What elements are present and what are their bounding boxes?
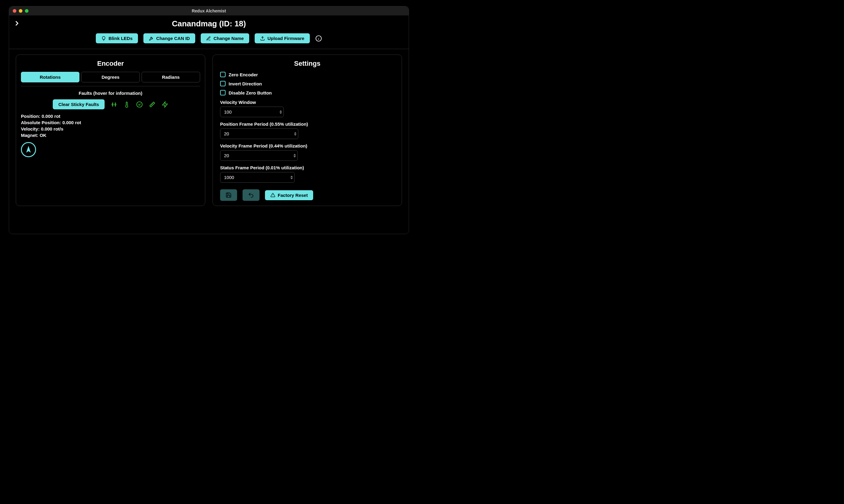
header: Canandmag (ID: 18) Blink LEDs Change CAN…	[9, 15, 409, 49]
svg-point-5	[136, 102, 142, 107]
window-title: Redux Alchemist	[9, 8, 409, 13]
invert-direction-checkbox[interactable]: Invert Direction	[220, 81, 394, 86]
checkbox-icon	[220, 81, 226, 86]
svg-rect-3	[112, 104, 113, 105]
thermometer-fault-icon[interactable]	[123, 101, 130, 108]
wrench-icon	[149, 36, 154, 41]
app-window: Redux Alchemist Canandmag (ID: 18) Blink…	[9, 6, 409, 234]
disable-zero-label: Disable Zero Button	[228, 90, 272, 95]
minimize-window-button[interactable]	[19, 9, 22, 13]
change-can-id-button[interactable]: Change CAN ID	[143, 33, 195, 43]
position-stat: Position: 0.000 rot	[21, 113, 200, 119]
settings-panel: Settings Zero Encoder Invert Direction D…	[212, 55, 402, 206]
upload-icon	[260, 36, 265, 41]
warning-icon	[271, 193, 275, 197]
action-row: Blink LEDs Change CAN ID Change Name Upl…	[14, 33, 404, 43]
encoder-title: Encoder	[21, 60, 200, 68]
upload-firmware-button[interactable]: Upload Firmware	[255, 33, 310, 43]
position-frame-input[interactable]	[220, 128, 298, 139]
undo-button[interactable]	[243, 189, 259, 201]
disable-zero-checkbox[interactable]: Disable Zero Button	[220, 90, 394, 95]
velocity-window-input[interactable]	[220, 107, 284, 117]
checkbox-icon	[220, 90, 226, 95]
factory-reset-label: Factory Reset	[278, 193, 308, 198]
tab-degrees[interactable]: Degrees	[81, 72, 140, 83]
faults-row: Clear Sticky Faults	[21, 100, 200, 109]
status-frame-input[interactable]	[220, 172, 295, 183]
encoder-panel: Encoder Rotations Degrees Radians Faults…	[16, 55, 205, 206]
faults-label: Faults (hover for information)	[21, 91, 200, 96]
factory-reset-button[interactable]: Factory Reset	[265, 190, 313, 200]
stepper[interactable]	[294, 132, 296, 136]
compass-arrow-icon	[24, 146, 32, 154]
invert-direction-label: Invert Direction	[228, 81, 262, 86]
clear-sticky-faults-button[interactable]: Clear Sticky Faults	[53, 100, 104, 109]
velocity-stat: Velocity: 0.000 rot/s	[21, 126, 200, 131]
change-name-label: Change Name	[213, 36, 244, 41]
titlebar: Redux Alchemist	[9, 6, 409, 15]
blink-leds-button[interactable]: Blink LEDs	[96, 33, 138, 43]
change-can-id-label: Change CAN ID	[156, 36, 190, 41]
magnet-stat: Magnet: OK	[21, 133, 200, 138]
svg-marker-6	[162, 102, 167, 107]
zero-encoder-label: Zero Encoder	[228, 72, 258, 77]
settings-button-row: Factory Reset	[220, 189, 394, 201]
faults-section: Faults (hover for information) Clear Sti…	[21, 86, 200, 157]
tab-rotations[interactable]: Rotations	[21, 72, 80, 83]
back-button[interactable]	[13, 20, 21, 27]
velocity-frame-input[interactable]	[220, 150, 298, 161]
check-fault-icon[interactable]	[136, 101, 143, 108]
ruler-fault-icon[interactable]	[149, 101, 156, 108]
unit-tabs: Rotations Degrees Radians	[21, 72, 200, 83]
save-icon	[226, 192, 231, 198]
blink-leds-label: Blink LEDs	[108, 36, 133, 41]
close-window-button[interactable]	[13, 9, 16, 13]
power-fault-icon[interactable]	[111, 101, 117, 108]
maximize-window-button[interactable]	[25, 9, 29, 13]
velocity-window-label: Velocity Window	[220, 100, 394, 105]
clear-sticky-faults-label: Clear Sticky Faults	[58, 102, 99, 107]
tab-radians[interactable]: Radians	[142, 72, 200, 83]
settings-title: Settings	[218, 60, 397, 68]
bolt-fault-icon[interactable]	[161, 101, 168, 108]
position-frame-label: Position Frame Period (0.55% utilization…	[220, 122, 394, 127]
stepper[interactable]	[293, 154, 296, 158]
upload-firmware-label: Upload Firmware	[268, 36, 304, 41]
chevron-right-icon	[13, 20, 21, 27]
stepper[interactable]	[279, 110, 282, 114]
compass-indicator	[21, 142, 36, 157]
info-icon	[315, 35, 322, 42]
page-title: Canandmag (ID: 18)	[14, 19, 404, 29]
info-button[interactable]	[315, 35, 322, 42]
status-frame-label: Status Frame Period (0.01% utilization)	[220, 165, 394, 170]
change-name-button[interactable]: Change Name	[201, 33, 249, 43]
edit-icon	[206, 36, 211, 41]
velocity-frame-label: Velocity Frame Period (0.44% utilization…	[220, 143, 394, 148]
absolute-position-stat: Absolute Position: 0.000 rot	[21, 120, 200, 125]
svg-rect-4	[115, 104, 116, 105]
stepper[interactable]	[290, 176, 293, 179]
zero-encoder-checkbox[interactable]: Zero Encoder	[220, 72, 394, 77]
undo-icon	[248, 192, 254, 198]
checkbox-icon	[220, 72, 226, 77]
content: Encoder Rotations Degrees Radians Faults…	[9, 49, 409, 211]
save-button[interactable]	[220, 189, 237, 201]
svg-marker-7	[27, 146, 31, 152]
lightbulb-icon	[101, 36, 106, 41]
